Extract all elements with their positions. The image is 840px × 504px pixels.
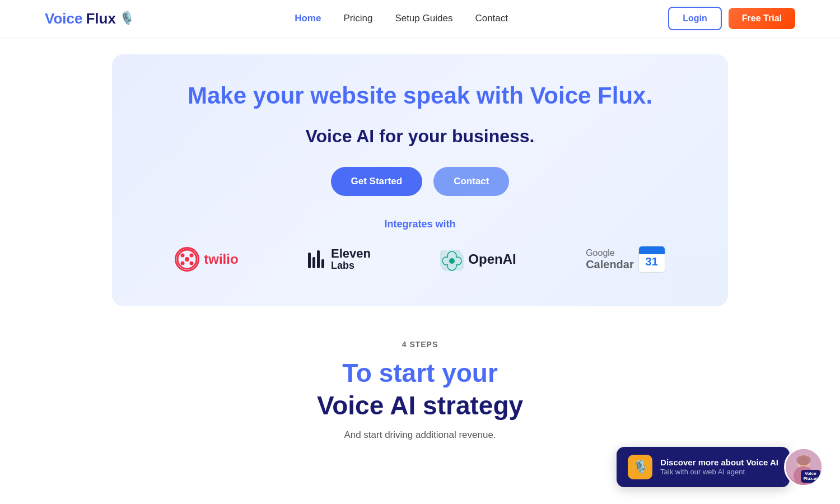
chat-bubble[interactable]: 🎙️ Discover more about Voice AI Talk wit…: [617, 447, 790, 487]
svg-point-5: [190, 262, 194, 265]
free-trial-button[interactable]: Free Trial: [729, 8, 795, 29]
chat-widget[interactable]: 🎙️ Discover more about Voice AI Talk wit…: [617, 447, 823, 487]
voiceflux-badge: VoiceFlux.ai: [801, 470, 820, 483]
twilio-label: twilio: [204, 251, 238, 267]
integration-twilio: twilio: [175, 247, 238, 272]
logo[interactable]: VoiceFlux 🎙️: [45, 10, 134, 27]
steps-title-line1: To start your: [22, 358, 818, 388]
integrates-label: Integrates with: [134, 218, 706, 230]
logo-flux: Flux: [86, 10, 115, 27]
login-button[interactable]: Login: [668, 7, 722, 30]
openai-icon: [440, 248, 464, 271]
integration-elevenlabs: Eleven Labs: [308, 247, 371, 272]
integration-openai: OpenAI: [440, 248, 516, 271]
logo-voice: Voice: [45, 10, 82, 27]
hero-subheadline: Voice AI for your business.: [134, 126, 706, 147]
svg-point-11: [796, 455, 811, 465]
openai-label: OpenAI: [468, 251, 516, 267]
nav-setup-guides[interactable]: Setup Guides: [395, 13, 452, 24]
twilio-icon: [175, 247, 199, 272]
integrations-row: twilio Eleven Labs OpenAI: [134, 246, 706, 273]
nav-links: Home Pricing Setup Guides Contact: [295, 13, 508, 24]
chat-avatar[interactable]: VoiceFlux.ai: [784, 447, 823, 487]
elevenlabs-bars-icon: [308, 250, 324, 268]
chat-mic-icon: 🎙️: [628, 455, 652, 479]
svg-point-4: [181, 262, 185, 265]
steps-section: 4 STEPS To start your Voice AI strategy …: [0, 306, 840, 441]
hero-section: Make your website speak with Voice Flux.…: [112, 54, 728, 306]
nav-contact[interactable]: Contact: [475, 13, 508, 24]
gcal-icon: 31: [638, 246, 665, 273]
steps-label: 4 STEPS: [22, 340, 818, 349]
svg-point-6: [449, 258, 455, 264]
gcal-label: Google Calendar: [586, 248, 634, 270]
svg-point-3: [190, 254, 194, 258]
hero-headline: Make your website speak with Voice Flux.: [134, 82, 706, 109]
nav-actions: Login Free Trial: [668, 7, 795, 30]
chat-bubble-text: Discover more about Voice AI Talk with o…: [660, 457, 778, 477]
nav-pricing[interactable]: Pricing: [343, 13, 372, 24]
chat-bubble-title: Discover more about Voice AI: [660, 457, 778, 468]
steps-subtitle: And start driving additional revenue.: [22, 430, 818, 441]
contact-button[interactable]: Contact: [433, 167, 509, 196]
navbar: VoiceFlux 🎙️ Home Pricing Setup Guides C…: [0, 0, 840, 38]
svg-point-2: [181, 254, 185, 258]
elevenlabs-label: Eleven Labs: [331, 247, 371, 272]
nav-home[interactable]: Home: [295, 13, 321, 24]
chat-bubble-subtitle: Talk with our web AI agent: [660, 468, 778, 477]
get-started-button[interactable]: Get Started: [331, 167, 423, 196]
hero-buttons: Get Started Contact: [134, 167, 706, 196]
logo-mic-icon: 🎙️: [119, 11, 134, 26]
integration-gcal: Google Calendar 31: [586, 246, 665, 273]
svg-point-1: [185, 257, 189, 262]
steps-title-line2: Voice AI strategy: [22, 390, 818, 421]
